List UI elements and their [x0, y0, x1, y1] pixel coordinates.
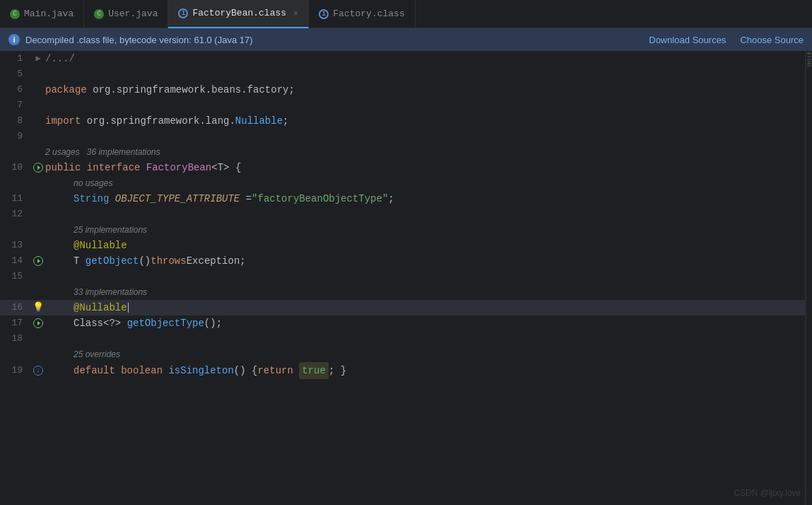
minimap-line-gray-2: [807, 61, 811, 62]
vertical-scrollbar[interactable]: [805, 51, 812, 505]
minimap-line-green-2: [807, 63, 811, 64]
gutter-17[interactable]: [31, 318, 45, 328]
code-line-6: 6 package org.springframework.beans.fact…: [0, 82, 805, 98]
implement-icon-17[interactable]: [33, 318, 43, 328]
token-interface-10: interface: [87, 160, 141, 175]
line-number-19: 19: [3, 363, 31, 378]
bulb-icon-16[interactable]: 💡: [33, 300, 44, 315]
tab-icon-user: C: [94, 9, 104, 19]
gutter-19[interactable]: i: [31, 366, 45, 376]
token-import-kw: import: [45, 113, 81, 129]
tab-bar: C Main.java C User.java i FactoryBean.cl…: [0, 0, 812, 28]
code-line-14: 14 T getObject () throws Exception;: [0, 253, 805, 269]
token-space-10a: [81, 160, 86, 175]
download-sources-link[interactable]: Download Sources: [649, 35, 726, 45]
code-line-8: 8 import org.springframework.lang.Nullab…: [0, 113, 805, 129]
line-number-13: 13: [3, 238, 31, 253]
code-line-18: 18: [0, 331, 805, 347]
token-default-19: default: [73, 363, 115, 378]
code-line-13: 13 @Nullable: [0, 238, 805, 253]
token-string-val: "factoryBeanObjectType": [252, 191, 388, 207]
token-wildcard-17: <?>: [103, 315, 121, 331]
tab-label-factorybean: FactoryBean.class: [192, 8, 286, 18]
token-space-17: [121, 315, 126, 331]
line-number-17: 17: [3, 315, 31, 331]
minimap-line-blue: [807, 56, 811, 57]
token-boolean-19: boolean: [121, 363, 163, 378]
token-class-type: Class: [73, 315, 103, 331]
token-exception: Exception;: [187, 253, 246, 269]
token-semicolon-8: ;: [283, 113, 288, 129]
choose-source-link[interactable]: Choose Source: [740, 35, 804, 45]
tab-factorybean[interactable]: i FactoryBean.class ✕: [168, 0, 309, 28]
implement-icon-14[interactable]: [33, 256, 43, 266]
token-paren-14: (): [139, 253, 151, 269]
line-number-6: 6: [3, 82, 31, 98]
implement-icon-10[interactable]: [33, 163, 43, 173]
token-nullable-13: @Nullable: [73, 238, 127, 253]
meta-line-usages: 2 usages 36 implementations: [0, 144, 805, 160]
token-space-19b: [163, 363, 168, 378]
meta-33impl-text: 33 implementations: [45, 284, 147, 300]
tab-icon-factorybean: i: [178, 8, 188, 18]
token-space-14: [79, 253, 85, 269]
tab-close-factorybean[interactable]: ✕: [293, 8, 298, 18]
token-space-19c: [293, 363, 299, 378]
code-editor[interactable]: 1 ▶ /.../ 5 6 package org.springframewor…: [0, 51, 805, 505]
tab-icon-factory: i: [319, 9, 329, 19]
watermark: CSDN @ljtxy.love: [734, 488, 801, 498]
line-number-14: 14: [3, 253, 31, 269]
implement-icon-i-19[interactable]: i: [33, 366, 43, 376]
line-number-18: 18: [3, 331, 31, 347]
token-string-type: String: [73, 191, 109, 207]
token-package-kw: package: [45, 82, 87, 98]
collapsed-comment: /.../: [45, 51, 75, 66]
collapse-arrow-icon[interactable]: ▶: [35, 51, 40, 66]
token-paren-19: () {: [234, 363, 258, 378]
meta-line-33impl: 33 implementations: [0, 284, 805, 300]
tab-user[interactable]: C User.java: [84, 0, 168, 28]
token-nullable-16: @Nullable: [73, 300, 127, 315]
token-end-19: ; }: [329, 363, 346, 378]
tab-label-factory: Factory.class: [333, 8, 404, 19]
gutter-16[interactable]: 💡: [31, 300, 45, 315]
line-number-10: 10: [3, 160, 31, 175]
code-line-16: 16 💡 @Nullable: [0, 300, 805, 315]
app-window: C Main.java C User.java i FactoryBean.cl…: [0, 0, 812, 505]
gutter-14[interactable]: [31, 256, 45, 266]
token-eq-11: =: [240, 191, 252, 207]
token-public-10: public: [45, 160, 81, 175]
token-T-type: T: [73, 253, 79, 269]
meta-line-25overrides: 25 overrides: [0, 347, 805, 362]
line-number-11: 11: [3, 191, 31, 207]
token-getObjectType-method: getObjectType: [127, 315, 204, 331]
token-import-pkg: org.springframework.lang.: [81, 113, 235, 129]
line-number-8: 8: [3, 113, 31, 129]
token-throws-kw: throws: [151, 253, 186, 269]
token-nullable-class: Nullable: [235, 113, 283, 129]
meta-25impl-text: 25 implementations: [45, 222, 147, 238]
tab-factory[interactable]: i Factory.class: [309, 0, 415, 28]
code-line-1: 1 ▶ /.../: [0, 51, 805, 66]
token-true-box: true: [299, 362, 329, 379]
code-line-11: 11 String OBJECT_TYPE_ATTRIBUTE = "facto…: [0, 191, 805, 207]
tab-main[interactable]: C Main.java: [0, 0, 84, 28]
meta-25overrides-text: 25 overrides: [45, 347, 120, 362]
minimap-line-gray-3: [807, 65, 811, 66]
code-line-9: 9: [0, 129, 805, 144]
meta-line-25impl: 25 implementations: [0, 222, 805, 238]
info-icon: i: [8, 34, 20, 45]
token-return-19: return: [257, 363, 293, 378]
tab-icon-main: C: [10, 9, 20, 19]
token-package-name: org.springframework.beans.factory;: [87, 82, 295, 98]
code-line-17: 17 Class <?> getObjectType ();: [0, 315, 805, 331]
token-space-11: [109, 191, 114, 207]
line-number-12: 12: [3, 207, 31, 222]
code-line-15: 15: [0, 269, 805, 284]
gutter-10[interactable]: [31, 163, 45, 173]
token-semi-11: ;: [388, 191, 394, 207]
minimap-line-gray-1: [807, 59, 811, 60]
code-line-12: 12: [0, 207, 805, 222]
token-space-10b: [140, 160, 146, 175]
minimap-line-green: [807, 52, 811, 54]
